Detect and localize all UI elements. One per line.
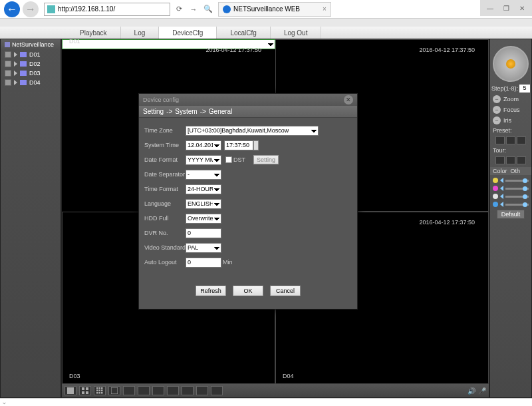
- device-config-dialog: Device config ✕ Setting-> System-> Gener…: [138, 93, 358, 309]
- talk-icon[interactable]: 🎤: [478, 387, 486, 395]
- play-icon: [14, 71, 17, 76]
- color-header[interactable]: Color: [493, 168, 507, 174]
- step-label: Step(1-8):: [491, 85, 518, 92]
- channel-d01[interactable]: D01: [1, 50, 61, 59]
- fullscreen-icon[interactable]: [152, 386, 164, 395]
- systime-date[interactable]: 12.04.2016: [186, 140, 221, 150]
- ok-button[interactable]: OK: [233, 286, 263, 296]
- preset-prev[interactable]: [495, 136, 505, 144]
- dvrno-input[interactable]: [186, 228, 221, 238]
- address-url: http://192.168.1.10/: [58, 5, 115, 13]
- cam-icon: [20, 71, 27, 76]
- play-icon: [14, 52, 17, 57]
- speaker-icon[interactable]: 🔊: [467, 387, 475, 395]
- dialog-titlebar[interactable]: Device config ✕: [139, 94, 357, 106]
- chevron-left-icon: [500, 186, 503, 191]
- systime-label: System Time: [144, 142, 186, 148]
- dateformat-select[interactable]: YYYY MM DD: [186, 155, 221, 165]
- svg-rect-12: [99, 392, 101, 394]
- record-icon[interactable]: [211, 386, 223, 395]
- hddfull-select[interactable]: Overwrite: [186, 214, 221, 224]
- layout-9-icon[interactable]: [94, 386, 106, 395]
- minus-icon[interactable]: −: [493, 95, 501, 103]
- focus-label: Focus: [503, 106, 529, 113]
- dst-setting-button[interactable]: Setting: [253, 155, 279, 164]
- svg-rect-0: [67, 387, 74, 394]
- nav-localcfg[interactable]: LocalCfg: [217, 27, 270, 39]
- nav-log[interactable]: Log: [121, 27, 160, 39]
- nav-playback[interactable]: Playback: [66, 27, 121, 39]
- win-close[interactable]: ✕: [516, 2, 528, 14]
- chevron-left-icon: [500, 178, 503, 183]
- saturation-slider[interactable]: [490, 194, 531, 199]
- preset-next[interactable]: [517, 136, 526, 144]
- hue-slider[interactable]: [490, 202, 531, 207]
- address-bar[interactable]: http://192.168.1.10/: [44, 3, 170, 16]
- close-icon[interactable]: ✕: [344, 95, 353, 104]
- tour-next[interactable]: [517, 156, 526, 164]
- channel-d03[interactable]: D03: [1, 69, 61, 78]
- layout-16-icon[interactable]: [108, 386, 120, 395]
- video-cell-1[interactable]: 2016-04-12 17:37:50 D01: [62, 39, 275, 49]
- videostd-select[interactable]: PAL: [186, 243, 221, 253]
- cell-label: D01: [69, 38, 80, 45]
- layout-36-icon[interactable]: [138, 386, 150, 395]
- browser-back[interactable]: ←: [4, 1, 20, 17]
- search-icon[interactable]: 🔍: [202, 3, 214, 15]
- timeformat-select[interactable]: 24-HOUR: [186, 184, 221, 194]
- time-spinner[interactable]: [253, 140, 259, 150]
- preset-set[interactable]: [506, 136, 515, 144]
- sidebar-title: NetSurveillance: [1, 39, 61, 50]
- systime-time[interactable]: [224, 140, 253, 150]
- play-icon: [14, 61, 17, 67]
- nav-logout[interactable]: Log Out: [271, 27, 322, 39]
- nav-devicecfg[interactable]: DeviceCfg: [159, 27, 217, 39]
- device-icon: [5, 42, 10, 47]
- crumb-system[interactable]: System: [175, 108, 197, 115]
- channel-sidebar: NetSurveillance D01 D02 D03 D04: [0, 39, 61, 398]
- win-restore[interactable]: ❐: [500, 2, 512, 14]
- rec-icon: [5, 79, 11, 86]
- step-value[interactable]: 5: [519, 85, 530, 93]
- datesep-select[interactable]: -: [186, 170, 221, 180]
- language-select[interactable]: ENGLISH: [186, 199, 221, 209]
- refresh-button[interactable]: Refresh: [196, 286, 226, 296]
- autologout-input[interactable]: [186, 258, 221, 268]
- timezone-select[interactable]: [UTC+03:00]Baghdad,Kuwait,Moscow: [186, 126, 319, 136]
- win-minimize[interactable]: —: [484, 2, 496, 14]
- default-button[interactable]: Default: [497, 210, 525, 219]
- browser-tab[interactable]: NETSurveillance WEB ×: [218, 2, 331, 17]
- snap-icon[interactable]: [196, 386, 208, 395]
- disconnect-all-icon[interactable]: [182, 386, 194, 395]
- dst-checkbox[interactable]: [225, 156, 232, 163]
- crumb-general[interactable]: General: [209, 108, 233, 115]
- layout-1-icon[interactable]: [65, 386, 76, 395]
- contrast-slider[interactable]: [490, 186, 531, 191]
- dot-icon: [493, 178, 498, 183]
- brightness-slider[interactable]: [490, 178, 531, 183]
- channel-d02[interactable]: D02: [1, 59, 61, 69]
- tab-title: NETSurveillance WEB: [233, 5, 300, 13]
- crumb-setting[interactable]: Setting: [143, 108, 164, 115]
- videostd-label: Video Standard: [144, 244, 186, 251]
- ptz-dial[interactable]: [493, 46, 529, 82]
- other-header[interactable]: Oth: [511, 168, 521, 174]
- stop-icon[interactable]: →: [188, 3, 200, 15]
- browser-forward[interactable]: →: [23, 1, 39, 17]
- svg-rect-6: [99, 387, 101, 389]
- minus-icon[interactable]: −: [493, 106, 501, 114]
- layout-25-icon[interactable]: [123, 386, 135, 395]
- tab-close-icon[interactable]: ×: [323, 5, 327, 13]
- tour-prev[interactable]: [495, 156, 505, 164]
- refresh-icon[interactable]: ⟳: [173, 3, 185, 15]
- rec-icon: [5, 61, 11, 67]
- connect-all-icon[interactable]: [167, 386, 179, 395]
- datesep-label: Date Separator: [144, 171, 186, 178]
- layout-4-icon[interactable]: [79, 386, 91, 395]
- minus-icon[interactable]: −: [493, 116, 501, 124]
- ptz-center-icon: [506, 59, 515, 69]
- channel-d04[interactable]: D04: [1, 78, 61, 87]
- tour-play[interactable]: [506, 156, 515, 164]
- cancel-button[interactable]: Cancel: [270, 286, 301, 296]
- rec-icon: [5, 51, 11, 58]
